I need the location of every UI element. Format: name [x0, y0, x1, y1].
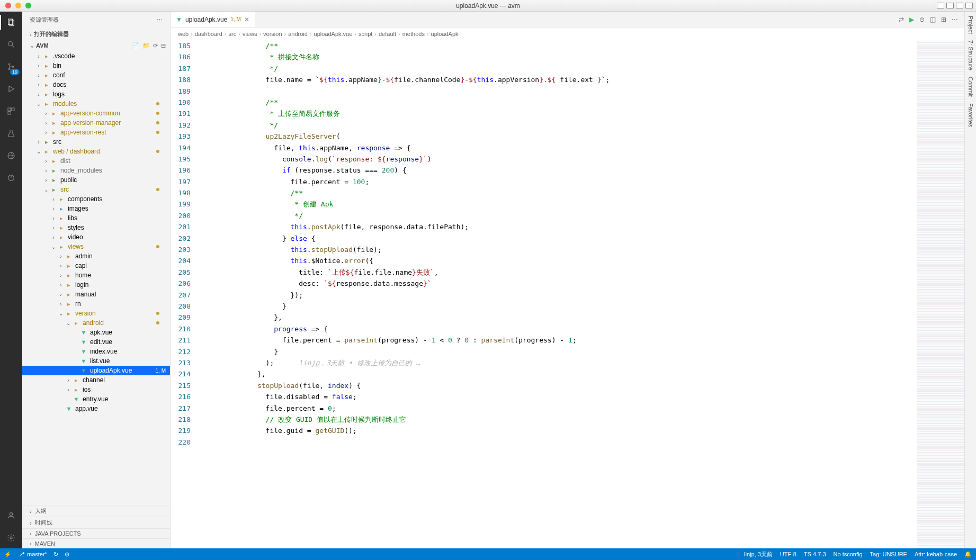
code-line[interactable]: ); linjp，3天前 • 修改上传为自己的 …: [208, 357, 917, 368]
tree-item[interactable]: ⌄▸android: [22, 318, 170, 328]
source-control-icon[interactable]: 19: [5, 60, 17, 73]
panel-toggle-icon[interactable]: [965, 3, 973, 8]
tree-item[interactable]: ›▸conf: [22, 70, 170, 80]
tree-item[interactable]: ›▸rn: [22, 299, 170, 309]
tree-item[interactable]: ›▸docs: [22, 80, 170, 89]
tree-item[interactable]: ›▸home: [22, 270, 170, 280]
code-line[interactable]: * 创建 Apk: [208, 198, 917, 210]
file-tree[interactable]: ›▸.vscode›▸bin›▸conf›▸docs›▸logs⌄▸module…: [22, 51, 170, 505]
tree-item[interactable]: ›▸video: [22, 232, 170, 242]
minimap[interactable]: [917, 40, 964, 548]
tree-item[interactable]: ▼app.vue: [22, 404, 170, 413]
tree-item[interactable]: ▼entry.vue: [22, 394, 170, 404]
errors-icon[interactable]: ⊘: [65, 551, 69, 558]
search-icon[interactable]: [5, 38, 17, 51]
breadcrumb-item[interactable]: uploadApk: [431, 31, 459, 37]
tree-item[interactable]: ›▸app-version-common: [22, 109, 170, 118]
tree-item[interactable]: ›▸bin: [22, 61, 170, 70]
run-icon[interactable]: ▶: [909, 16, 914, 23]
code-line[interactable]: /**: [208, 40, 917, 51]
new-folder-icon[interactable]: 📁: [142, 42, 150, 49]
code-line[interactable]: * 拼接文件名称: [208, 51, 917, 62]
notifications-icon[interactable]: 🔔: [964, 551, 972, 558]
structure-tab[interactable]: 7: Structure: [968, 40, 974, 70]
commit-tab[interactable]: Commit: [968, 77, 974, 97]
code-line[interactable]: file.name = `${this.appName}-${file.chan…: [208, 74, 917, 85]
breadcrumb-item[interactable]: dashboard: [195, 31, 222, 37]
tree-item[interactable]: ›▸styles: [22, 223, 170, 232]
breadcrumb[interactable]: web›dashboard›src›views›version›android›…: [171, 28, 964, 40]
code-line[interactable]: });: [208, 290, 917, 301]
extensions-icon[interactable]: [5, 105, 17, 118]
code-line[interactable]: title: `上传${file.file.name}失败`,: [208, 267, 917, 278]
code-line[interactable]: */: [208, 210, 917, 221]
java-projects-section[interactable]: ›JAVA PROJECTS: [22, 528, 170, 538]
tree-item[interactable]: ›▸admin: [22, 251, 170, 261]
compare-icon[interactable]: ⇄: [899, 16, 904, 23]
new-file-icon[interactable]: 📄: [132, 42, 139, 49]
code-line[interactable]: },: [208, 312, 917, 323]
git-branch[interactable]: ⎇ master*: [18, 551, 47, 558]
panel-toggle-icon[interactable]: [946, 3, 954, 8]
code-line[interactable]: file.guid = getGUID();: [208, 425, 917, 436]
panel-toggle-icon[interactable]: [956, 3, 963, 8]
tab-uploadapk[interactable]: ▼ uploadApk.vue 1, M ✕: [171, 12, 255, 27]
code-editor[interactable]: /** * 拼接文件名称 */ file.name = `${this.appN…: [197, 40, 917, 548]
code-line[interactable]: this.postApk(file, response.data.filePat…: [208, 221, 917, 232]
panel-toggle-icon[interactable]: [937, 3, 944, 8]
code-line[interactable]: */: [208, 63, 917, 74]
collapse-icon[interactable]: ⊟: [161, 42, 166, 49]
tree-item[interactable]: ⌄▸version: [22, 309, 170, 318]
explorer-icon[interactable]: [5, 16, 17, 29]
refresh-icon[interactable]: ⟳: [153, 42, 158, 49]
code-line[interactable]: },: [208, 368, 917, 380]
power-icon[interactable]: [5, 171, 17, 184]
split-icon[interactable]: ⊞: [941, 16, 946, 23]
maven-section[interactable]: ›MAVEN: [22, 538, 170, 548]
tree-item[interactable]: ⌄▸src: [22, 185, 170, 194]
sync-icon[interactable]: ↻: [53, 551, 58, 558]
typescript-version[interactable]: TS 4.7.3: [804, 551, 826, 557]
more-icon[interactable]: ⋯: [952, 16, 958, 23]
code-line[interactable]: * 上传至简易文件服务: [208, 108, 917, 119]
tree-item[interactable]: ›▸node_modules: [22, 166, 170, 175]
project-header[interactable]: ⌄ AVM 📄 📁 ⟳ ⊟: [22, 40, 170, 51]
tree-item[interactable]: ▼list.vue: [22, 356, 170, 366]
tree-item[interactable]: ›▸capi: [22, 261, 170, 270]
tree-item[interactable]: ▼edit.vue: [22, 337, 170, 347]
breadcrumb-item[interactable]: default: [379, 31, 396, 37]
split-icon[interactable]: ◫: [930, 16, 936, 23]
run-debug-icon[interactable]: [5, 83, 17, 95]
breadcrumb-item[interactable]: methods: [402, 31, 425, 37]
more-icon[interactable]: ⋯: [157, 16, 163, 23]
code-line[interactable]: console.log(`response: ${response}`): [208, 153, 917, 165]
tree-item[interactable]: ›▸components: [22, 194, 170, 204]
favorites-tab[interactable]: Favorites: [968, 103, 974, 127]
settings-gear-icon[interactable]: [5, 531, 17, 544]
code-line[interactable]: /**: [208, 187, 917, 198]
breadcrumb-item[interactable]: src: [229, 31, 237, 37]
tree-item[interactable]: ⌄▸web / dashboard: [22, 147, 170, 156]
breadcrumb-item[interactable]: android: [288, 31, 308, 37]
breadcrumb-item[interactable]: web: [178, 31, 189, 37]
tree-item[interactable]: ›▸dist: [22, 156, 170, 166]
tree-item[interactable]: ⌄▸modules: [22, 99, 170, 109]
outline-section[interactable]: ›大纲: [22, 505, 170, 517]
code-line[interactable]: }: [208, 346, 917, 357]
tree-item[interactable]: ⌄▸views: [22, 242, 170, 251]
tree-item[interactable]: ▼uploadApk.vue1, M: [22, 366, 170, 375]
code-line[interactable]: } else {: [208, 233, 917, 244]
tsconfig-status[interactable]: No tsconfig: [834, 551, 863, 557]
close-window-icon[interactable]: [5, 3, 11, 8]
tree-item[interactable]: ›▸libs: [22, 213, 170, 223]
code-line[interactable]: file.percent = 0;: [208, 403, 917, 414]
code-line[interactable]: progress => {: [208, 323, 917, 335]
tree-item[interactable]: ›▸app-version-rest: [22, 128, 170, 137]
code-line[interactable]: /**: [208, 97, 917, 108]
breadcrumb-item[interactable]: uploadApk.vue: [314, 31, 353, 37]
testing-icon[interactable]: [5, 127, 17, 140]
code-line[interactable]: */: [208, 120, 917, 131]
code-line[interactable]: // 改变 GUID 值以在上传时候判断时终止它: [208, 414, 917, 425]
code-line[interactable]: file.percent = 100;: [208, 176, 917, 187]
open-editors-section[interactable]: › 打开的编辑器: [22, 28, 170, 40]
